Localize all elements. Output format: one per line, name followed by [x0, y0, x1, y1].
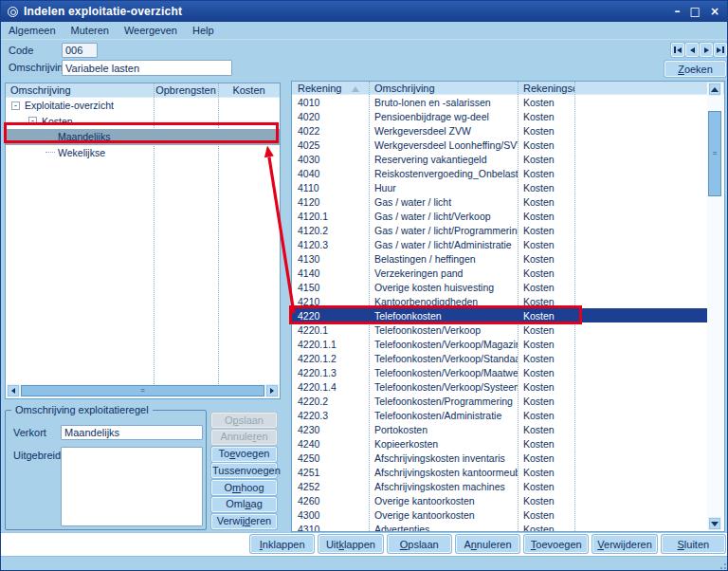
cell: Afschrijvingskosten kantoormeubi... [369, 467, 518, 478]
table-row[interactable]: 4300Overige kantoorkostenKosten [292, 507, 708, 522]
bottom-button-annuleren[interactable]: Annuleren [456, 535, 519, 553]
table-row[interactable]: 4220.2Telefoonkosten/ProgrammeringKosten [292, 394, 708, 408]
cell: Kosten [518, 339, 574, 350]
table-row[interactable]: 4250Afschrijvingskosten inventarisKosten [292, 451, 708, 465]
cell: Kosten [518, 467, 574, 478]
tree-col-omschrijving[interactable]: Omschrijving [6, 84, 154, 96]
side-button-annuleren[interactable]: Annuleren [211, 430, 277, 445]
table-row[interactable]: 4110HuurKosten [292, 180, 708, 194]
cell: Telefoonkosten/Programmering [369, 396, 518, 407]
tree-node-maandelijks[interactable]: Maandelijks [6, 129, 280, 145]
table-row[interactable]: 4150Overige kosten huisvestingKosten [292, 280, 708, 294]
cell: Bruto-lonen en -salarissen [369, 97, 518, 108]
col-rekeningsoort[interactable]: Rekeningsoort [518, 83, 574, 94]
table-row[interactable]: 4260Overige kantoorkostenKosten [292, 493, 708, 507]
table-row[interactable]: 4022Werkgeversdeel ZVWKosten [292, 123, 708, 138]
menu-item-algemeen[interactable]: Algemeen [9, 25, 56, 36]
table-row[interactable]: 4220.1.1Telefoonkosten/Verkoop/Magazines… [292, 337, 708, 351]
minimize-icon[interactable]: – [675, 6, 681, 17]
col-rekening[interactable]: Rekening [292, 83, 369, 94]
tree-horizontal-scrollbar[interactable]: = [7, 384, 279, 397]
verkort-input[interactable] [61, 425, 203, 440]
bottom-button-inklappen[interactable]: Inklappen [250, 535, 314, 553]
col-omschrijving[interactable]: Omschrijving [369, 83, 518, 94]
tree-node-label: Kosten [42, 116, 73, 127]
tree-col-opbrengsten[interactable]: Opbrengsten [154, 84, 218, 96]
previous-record-icon[interactable] [685, 43, 699, 57]
uitgebreid-input[interactable] [61, 447, 203, 526]
omschrijving-input[interactable] [62, 60, 232, 76]
first-record-icon[interactable] [671, 43, 684, 57]
table-row[interactable]: 4230PortokostenKosten [292, 422, 708, 436]
scroll-left-icon[interactable] [7, 384, 20, 397]
bottom-bar: InklappenUitklappenOpslaanAnnulerenToevo… [1, 532, 728, 556]
table-vertical-scrollbar[interactable]: = [707, 83, 723, 530]
table-row[interactable]: 4020Pensioenbijdrage wg-deelKosten [292, 109, 708, 123]
collapse-icon[interactable]: - [11, 101, 20, 110]
verkort-label: Verkort [13, 427, 46, 438]
bottom-button-sluiten[interactable]: Sluiten [662, 535, 725, 553]
table-row[interactable]: 4140Verzekeringen pandKosten [292, 266, 708, 280]
table-row[interactable]: 4010Bruto-lonen en -salarissenKosten [292, 95, 708, 109]
cell: 4110 [292, 182, 369, 193]
scroll-down-icon[interactable] [708, 517, 721, 530]
table-row[interactable]: 4220.1Telefoonkosten/VerkoopKosten [292, 322, 708, 337]
last-record-icon[interactable] [714, 43, 727, 57]
table-row[interactable]: 4251Afschrijvingskosten kantoormeubi...K… [292, 465, 708, 479]
table-row[interactable]: 4310AdvertentiesKosten [292, 522, 708, 531]
code-input[interactable] [62, 43, 98, 58]
cell: 4120.1 [292, 211, 369, 222]
close-icon[interactable]: × [710, 6, 719, 17]
table-row[interactable]: 4240KopieerkostenKosten [292, 436, 708, 451]
table-row[interactable]: 4030Reservering vakantiegeldKosten [292, 152, 708, 166]
cell: 4220.1.4 [292, 381, 369, 393]
side-button-opslaan[interactable]: Opslaan [211, 413, 277, 428]
table-row[interactable]: 4220.1.3Telefoonkosten/Verkoop/MaatwerkK… [292, 365, 708, 379]
table-row[interactable]: 4120Gas / water / lichtKosten [292, 194, 708, 209]
tree-node-kosten[interactable]: -Kosten [6, 114, 280, 130]
table-row[interactable]: 4120.3Gas / water / licht/AdministratieK… [292, 237, 708, 251]
table-row[interactable]: 4025Werkgeversdeel Loonheffing/SVWKosten [292, 138, 708, 152]
next-record-icon[interactable] [700, 43, 713, 57]
cell: Overige kantoorkosten [369, 495, 518, 507]
table-row[interactable]: 4220.3Telefoonkosten/AdministratieKosten [292, 408, 708, 422]
side-button-tussenvoegen[interactable]: Tussenvoegen [211, 463, 277, 478]
menu-item-weergeven[interactable]: Weergeven [124, 25, 177, 36]
side-button-omhoog[interactable]: Omhoog [211, 480, 277, 495]
table-row[interactable]: 4120.1Gas / water / licht/VerkoopKosten [292, 209, 708, 223]
table-row[interactable]: 4040Reiskostenvergoeding_OnbelastKosten [292, 166, 708, 180]
cell: Kosten [518, 97, 574, 108]
side-button-toevoegen[interactable]: Toevoegen [211, 447, 277, 462]
menu-item-muteren[interactable]: Muteren [71, 25, 109, 36]
scroll-up-icon[interactable] [708, 83, 721, 96]
resize-grip-icon[interactable] [716, 559, 727, 570]
side-button-verwijderen[interactable]: Verwijderen [211, 514, 277, 529]
tree-col-kosten[interactable]: Kosten [218, 84, 280, 96]
scroll-right-icon[interactable] [265, 384, 279, 397]
table-row[interactable]: 4220.1.4Telefoonkosten/Verkoop/Systeem..… [292, 379, 708, 394]
cell: Kosten [518, 452, 574, 464]
bottom-button-toevoegen[interactable]: Toevoegen [524, 535, 588, 553]
side-button-omlaag[interactable]: Omlaag [211, 497, 277, 512]
status-bar [1, 556, 728, 571]
side-buttons: OpslaanAnnulerenToevoegenTussenvoegenOmh… [211, 413, 277, 529]
scrollbar-thumb[interactable]: = [708, 111, 721, 196]
bottom-button-uitklappen[interactable]: Uitklappen [318, 535, 382, 553]
menu-item-help[interactable]: Help [192, 25, 214, 36]
table-row[interactable]: 4252Afschrijvingskosten machinesKosten [292, 479, 708, 493]
table-row[interactable]: 4120.2Gas / water / licht/ProgrammeringK… [292, 223, 708, 237]
table-row[interactable]: 4220TelefoonkostenKosten [292, 308, 708, 322]
tree-node-wekelijkse[interactable]: Wekelijkse [6, 145, 280, 161]
collapse-icon[interactable]: - [28, 117, 37, 125]
tree-node-exploitatie-overzicht[interactable]: -Exploitatie-overzicht [6, 98, 280, 114]
bottom-button-opslaan[interactable]: Opslaan [388, 535, 451, 553]
table-row[interactable]: 4130Belastingen / heffingenKosten [292, 251, 708, 266]
maximize-icon[interactable]: □ [690, 6, 701, 17]
cell: Belastingen / heffingen [369, 253, 518, 265]
omschrijving-label: Omschrijving [9, 62, 69, 73]
scrollbar-thumb[interactable]: = [21, 385, 264, 396]
table-row[interactable]: 4210KantoorbenodigdhedenKosten [292, 294, 708, 308]
zoeken-button[interactable]: Zoeken [664, 61, 726, 77]
table-row[interactable]: 4220.1.2Telefoonkosten/Verkoop/Standaard… [292, 351, 708, 365]
bottom-button-verwijderen[interactable]: Verwijderen [592, 535, 656, 553]
